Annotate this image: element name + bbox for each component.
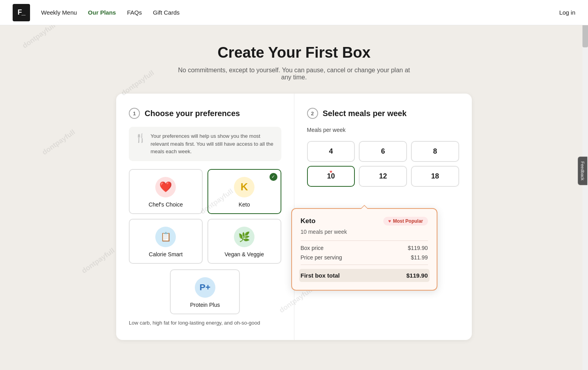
popular-label: Most Popular xyxy=(393,218,423,224)
first-box-total-value: $119.90 xyxy=(406,272,428,279)
step1-header: 1 Choose your preferences xyxy=(129,108,281,119)
vegan-veggie-label: Vegan & Veggie xyxy=(224,251,264,257)
utensils-icon: 🍴 xyxy=(135,133,146,143)
nav-links: Weekly Menu Our Plans FAQs Gift Cards xyxy=(41,9,559,16)
step1-number: 1 xyxy=(129,108,140,119)
navbar: F_ Weekly Menu Our Plans FAQs Gift Cards… xyxy=(0,0,588,25)
right-panel: 2 Select meals per week Meals per week 4… xyxy=(294,94,472,340)
info-box: 🍴 Your preferences will help us show you… xyxy=(129,127,281,161)
vegan-veggie-icon: 🌿 xyxy=(234,227,254,247)
tooltip-arrow-fill xyxy=(361,206,368,209)
hero-section: Create Your First Box No commitments, ex… xyxy=(0,25,588,94)
meal-option-10[interactable]: ♥ 10 xyxy=(307,166,355,187)
info-text: Your preferences will help us show you t… xyxy=(151,132,275,156)
nav-our-plans[interactable]: Our Plans xyxy=(88,9,116,16)
nav-faqs[interactable]: FAQs xyxy=(127,9,142,16)
pref-protein-plus[interactable]: P+ Protein Plus xyxy=(170,269,240,314)
tooltip-divider xyxy=(301,240,428,241)
pref-calorie-smart[interactable]: 📋 Calorie Smart xyxy=(129,219,203,264)
meal-option-18[interactable]: 18 xyxy=(411,166,459,187)
keto-label: Keto xyxy=(239,201,250,208)
tooltip-total-row: First box total $119.90 xyxy=(299,269,430,282)
popular-badge: ♥ Most Popular xyxy=(383,217,428,225)
step1-title: Choose your preferences xyxy=(145,109,240,118)
nav-weekly-menu[interactable]: Weekly Menu xyxy=(41,9,77,16)
chefs-choice-icon: ❤️ xyxy=(155,177,176,197)
tooltip-meals: 10 meals per week xyxy=(301,229,428,235)
step2-title: Select meals per week xyxy=(323,109,407,118)
pref-keto[interactable]: ✓ K Keto xyxy=(207,169,281,214)
tooltip-plan-name: Keto xyxy=(301,217,316,225)
keto-icon: K xyxy=(234,177,254,197)
popular-heart: ♥ xyxy=(330,169,332,175)
price-per-serving-label: Price per serving xyxy=(301,254,342,261)
tooltip-header: Keto ♥ Most Popular xyxy=(301,217,428,225)
left-panel: 1 Choose your preferences 🍴 Your prefere… xyxy=(116,94,294,340)
tooltip-price-per-serving-row: Price per serving $11.99 xyxy=(301,254,428,261)
hero-subtitle: No commitments, except to yourself. You … xyxy=(175,67,413,81)
chefs-choice-label: Chef's Choice xyxy=(149,201,183,208)
calorie-smart-label: Calorie Smart xyxy=(149,251,183,257)
hero-title: Create Your First Box xyxy=(8,44,580,61)
protein-plus-label: Protein Plus xyxy=(190,302,220,308)
tooltip-divider-2 xyxy=(301,265,428,265)
meals-grid: 4 6 8 ♥ 10 12 18 xyxy=(307,141,460,187)
price-per-serving-value: $11.99 xyxy=(411,254,428,261)
calorie-smart-icon: 📋 xyxy=(155,227,176,247)
protein-plus-icon: P+ xyxy=(195,277,215,298)
step2-number: 2 xyxy=(307,108,318,119)
meal-option-8[interactable]: 8 xyxy=(411,141,459,162)
pref-chefs-choice[interactable]: ❤️ Chef's Choice xyxy=(129,169,203,214)
meal-option-6[interactable]: 6 xyxy=(359,141,407,162)
tooltip-box-price-row: Box price $119.90 xyxy=(301,245,428,251)
meals-per-week-label: Meals per week xyxy=(307,127,460,133)
popular-heart-icon: ♥ xyxy=(388,218,391,224)
tooltip-popup: Keto ♥ Most Popular 10 meals per week Bo… xyxy=(291,208,437,291)
keto-description: Low carb, high fat for long-lasting ener… xyxy=(129,320,281,326)
first-box-total-label: First box total xyxy=(301,272,340,279)
feedback-tab[interactable]: Feedback xyxy=(578,156,587,185)
meal-option-12[interactable]: 12 xyxy=(359,166,407,187)
login-button[interactable]: Log in xyxy=(559,9,575,16)
logo[interactable]: F_ xyxy=(13,4,30,21)
keto-check: ✓ xyxy=(270,173,277,181)
meal-option-4[interactable]: 4 xyxy=(307,141,355,162)
preferences-grid: ❤️ Chef's Choice ✓ K Keto 📋 Calorie Smar… xyxy=(129,169,281,264)
pref-vegan-veggie[interactable]: 🌿 Vegan & Veggie xyxy=(207,219,281,264)
step2-header: 2 Select meals per week xyxy=(307,108,460,119)
box-price-value: $119.90 xyxy=(408,245,428,251)
main-card: 1 Choose your preferences 🍴 Your prefere… xyxy=(116,94,472,340)
nav-gift-cards[interactable]: Gift Cards xyxy=(153,9,180,16)
box-price-label: Box price xyxy=(301,245,324,251)
